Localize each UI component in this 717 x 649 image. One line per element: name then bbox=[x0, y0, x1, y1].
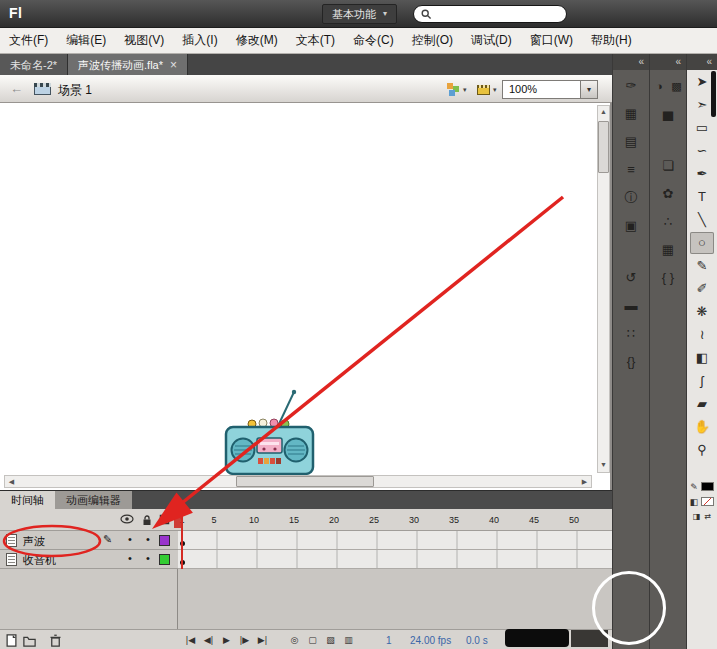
go-to-first-frame-button[interactable]: |◀ bbox=[182, 632, 199, 648]
fill-color-swatch[interactable] bbox=[701, 497, 714, 506]
layer-name[interactable]: 收音机 bbox=[23, 553, 56, 568]
playhead[interactable] bbox=[181, 509, 183, 569]
menu-debug[interactable]: 调试(D) bbox=[462, 28, 521, 53]
scroll-down-icon[interactable]: ▼ bbox=[598, 459, 609, 472]
horizontal-scrollbar[interactable]: ◀ ▶ bbox=[4, 475, 592, 488]
outline-column-icon[interactable] bbox=[159, 514, 170, 525]
zoom-value-field[interactable]: 100% bbox=[502, 80, 581, 99]
layer-row-soundwave[interactable]: 声波 ✎ • • bbox=[0, 531, 178, 550]
eyedropper-tool[interactable]: ʃ bbox=[690, 370, 714, 392]
black-and-white-button[interactable]: ◨ bbox=[693, 512, 701, 521]
tab-motion-editor[interactable]: 动画编辑器 bbox=[55, 491, 132, 509]
edit-multiple-frames-button[interactable]: ▥ bbox=[340, 632, 357, 648]
swatches-panel-icon[interactable]: ▦ bbox=[618, 102, 644, 126]
actions-panel-icon[interactable]: {} bbox=[618, 350, 644, 374]
menu-control[interactable]: 控制(O) bbox=[403, 28, 462, 53]
delete-layer-button[interactable] bbox=[48, 633, 63, 648]
menu-modify[interactable]: 修改(M) bbox=[227, 28, 287, 53]
menu-text[interactable]: 文本(T) bbox=[287, 28, 344, 53]
scrollbar-track[interactable] bbox=[18, 476, 578, 487]
align-panel-icon[interactable]: ▅ bbox=[655, 102, 681, 126]
vertical-scrollbar[interactable]: ▲ ▼ bbox=[597, 105, 610, 473]
color-panel-icon[interactable]: ◑ bbox=[652, 74, 667, 98]
visibility-column-icon[interactable] bbox=[120, 514, 134, 524]
collapse-panels-button[interactable]: « bbox=[650, 54, 686, 70]
play-button[interactable]: ▶ bbox=[218, 632, 235, 648]
zoom-dropdown-button[interactable]: ▾ bbox=[581, 80, 598, 99]
new-layer-button[interactable] bbox=[4, 633, 19, 648]
go-to-last-frame-button[interactable]: ▶| bbox=[254, 632, 271, 648]
new-folder-button[interactable] bbox=[22, 633, 37, 648]
menu-file[interactable]: 文件(F) bbox=[0, 28, 57, 53]
layer-lock-dot[interactable]: • bbox=[146, 533, 150, 545]
frame-rate-field[interactable]: 24.00 fps bbox=[410, 635, 451, 646]
zoom-tool[interactable]: ⚲ bbox=[690, 439, 714, 461]
project-panel-icon[interactable]: ∴ bbox=[655, 210, 681, 234]
scroll-right-icon[interactable]: ▶ bbox=[578, 476, 591, 487]
frame-track-radio[interactable] bbox=[178, 550, 612, 569]
close-tab-icon[interactable]: × bbox=[170, 59, 177, 71]
radio-boombox-graphic[interactable] bbox=[222, 386, 317, 481]
align-panel-icon[interactable]: ▤ bbox=[618, 130, 644, 154]
tab-soundwave-animation[interactable]: 声波传播动画.fla* × bbox=[68, 54, 188, 75]
layer-name[interactable]: 声波 bbox=[23, 534, 45, 549]
scrollbar-thumb[interactable] bbox=[598, 121, 609, 173]
layer-outline-color-swatch[interactable] bbox=[159, 554, 170, 565]
info-panel-icon[interactable]: ≡ bbox=[618, 158, 644, 182]
back-button[interactable]: ← bbox=[10, 81, 23, 96]
onion-skin-outlines-button[interactable]: ▧ bbox=[322, 632, 339, 648]
layer-outline-color-swatch[interactable] bbox=[159, 535, 170, 546]
search-input[interactable] bbox=[436, 8, 559, 20]
stage-canvas[interactable]: ◀ ▶ ▲ ▼ bbox=[0, 103, 612, 490]
step-forward-button[interactable]: |▶ bbox=[236, 632, 253, 648]
scroll-up-icon[interactable]: ▲ bbox=[598, 106, 609, 119]
components-panel-icon[interactable]: ▦ bbox=[655, 238, 681, 262]
scrollbar-thumb[interactable] bbox=[236, 476, 374, 487]
free-transform-tool[interactable]: ▭ bbox=[690, 117, 714, 139]
stroke-color-swatch[interactable] bbox=[701, 482, 714, 491]
code-snippets-panel-icon[interactable]: { } bbox=[655, 266, 681, 290]
lock-column-icon[interactable] bbox=[142, 514, 152, 526]
brush-tool[interactable]: ✐ bbox=[690, 278, 714, 300]
pen-tool[interactable]: ✒ bbox=[690, 163, 714, 185]
layer-visibility-dot[interactable]: • bbox=[128, 552, 132, 564]
scroll-left-icon[interactable]: ◀ bbox=[5, 476, 18, 487]
menu-commands[interactable]: 命令(C) bbox=[344, 28, 403, 53]
tab-untitled-2[interactable]: 未命名-2* bbox=[0, 54, 68, 75]
scene-panel-icon[interactable]: ▬ bbox=[618, 294, 644, 318]
history-panel-icon[interactable]: ↺ bbox=[618, 266, 644, 290]
scrollbar-track[interactable] bbox=[598, 119, 609, 459]
frame-ruler[interactable]: 1 5 10 15 20 25 30 35 40 45 50 bbox=[178, 509, 612, 531]
output-panel-icon[interactable]: ∷ bbox=[618, 322, 644, 346]
step-back-button[interactable]: ◀| bbox=[200, 632, 217, 648]
collapse-tools-button[interactable]: « bbox=[687, 54, 717, 70]
edit-symbols-button[interactable]: ▾ bbox=[447, 82, 473, 97]
line-tool[interactable]: ╲ bbox=[690, 209, 714, 231]
swatches-panel-icon[interactable]: ▩ bbox=[669, 74, 684, 98]
tab-timeline[interactable]: 时间轴 bbox=[0, 491, 55, 509]
eraser-tool[interactable]: ▰ bbox=[690, 393, 714, 415]
search-box[interactable] bbox=[413, 5, 567, 23]
oval-tool[interactable]: ○ bbox=[690, 232, 714, 254]
workspace-switcher-button[interactable]: 基本功能 ▾ bbox=[322, 4, 397, 24]
center-frame-button[interactable]: ◎ bbox=[286, 632, 303, 648]
swap-colors-button[interactable]: ⇄ bbox=[704, 512, 711, 521]
text-tool[interactable]: T bbox=[690, 186, 714, 208]
menu-window[interactable]: 窗口(W) bbox=[521, 28, 582, 53]
layer-visibility-dot[interactable]: • bbox=[128, 533, 132, 545]
pencil-tool[interactable]: ✎ bbox=[690, 255, 714, 277]
menu-view[interactable]: 视图(V) bbox=[115, 28, 173, 53]
menu-help[interactable]: 帮助(H) bbox=[582, 28, 641, 53]
tools-scrollbar-thumb[interactable] bbox=[711, 71, 716, 117]
menu-edit[interactable]: 编辑(E) bbox=[57, 28, 115, 53]
frame-track-soundwave[interactable] bbox=[178, 531, 612, 550]
onion-skin-button[interactable]: ▢ bbox=[304, 632, 321, 648]
paint-bucket-tool[interactable]: ◧ bbox=[690, 347, 714, 369]
properties-panel-icon[interactable]: ⓘ bbox=[618, 186, 644, 210]
library-panel-icon[interactable]: ❏ bbox=[655, 154, 681, 178]
color-panel-icon[interactable]: ✑ bbox=[618, 74, 644, 98]
current-frame-field[interactable]: 1 bbox=[386, 635, 392, 646]
layer-lock-dot[interactable]: • bbox=[146, 552, 150, 564]
motion-presets-panel-icon[interactable]: ✿ bbox=[655, 182, 681, 206]
transform-panel-icon[interactable]: ▣ bbox=[618, 214, 644, 238]
